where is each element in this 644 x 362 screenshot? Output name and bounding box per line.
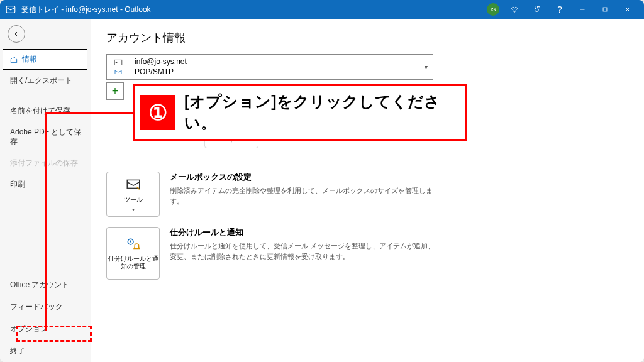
account-protocol: POP/SMTP — [135, 67, 187, 77]
card-desc: 仕分けルールと通知を使用して、受信メール メッセージを整理し、アイテムが追加、変… — [170, 241, 440, 261]
card-title: メールボックスの設定 — [170, 172, 440, 183]
window-title: 受信トレイ - info@jo-sys.net - Outlook — [21, 4, 151, 15]
sidebar-item-label: Adobe PDF として保存 — [10, 128, 86, 147]
sidebar-item-exit[interactable]: 終了 — [0, 340, 91, 362]
content-pane: アカウント情報 info@jo-sys.net POP/SMTP ▾ + アカウ… — [91, 19, 644, 362]
back-button[interactable] — [8, 25, 25, 43]
sidebar-item-label: Office アカウント — [10, 280, 69, 290]
sidebar-item-label: 開く/エクスポート — [10, 75, 72, 86]
svg-point-1 — [538, 6, 540, 8]
maximize-button[interactable] — [594, 0, 616, 19]
account-selector[interactable]: info@jo-sys.net POP/SMTP ▾ — [106, 54, 433, 80]
outlook-icon — [5, 4, 16, 15]
svg-rect-8 — [115, 70, 121, 74]
card-button-label: 仕分けルールと通知の管理 — [107, 255, 159, 270]
annotation-line-vertical — [45, 112, 47, 331]
mailbox-settings-text: メールボックスの設定 削除済みアイテムの完全削除や整理を利用して、メールボックス… — [170, 172, 440, 217]
add-account-button[interactable]: + — [106, 82, 124, 100]
titlebar: 受信トレイ - info@jo-sys.net - Outlook IS ? — [0, 0, 644, 19]
outlook-window: 受信トレイ - info@jo-sys.net - Outlook IS ? 情… — [0, 0, 644, 362]
svg-rect-11 — [127, 180, 140, 188]
annotation-highlight-options — [16, 326, 92, 342]
svg-point-7 — [116, 62, 117, 63]
sidebar-item-label: 印刷 — [10, 179, 25, 190]
svg-rect-3 — [603, 8, 607, 11]
rules-alerts-button[interactable]: 仕分けルールと通知の管理 — [106, 227, 160, 280]
backstage-body: 情報 開く/エクスポート 名前を付けて保存 Adobe PDF として保存 添付… — [0, 19, 644, 362]
account-email: info@jo-sys.net — [135, 57, 187, 67]
help-icon[interactable]: ? — [548, 0, 571, 19]
svg-rect-0 — [6, 6, 15, 13]
premium-icon[interactable] — [503, 0, 526, 19]
close-button[interactable] — [616, 0, 639, 19]
card-title: 仕分けルールと通知 — [170, 227, 440, 238]
page-title: アカウント情報 — [106, 30, 629, 45]
card-button-label: ツール — [124, 195, 143, 204]
sidebar-item-label: 終了 — [10, 346, 25, 356]
account-info: info@jo-sys.net POP/SMTP — [135, 57, 187, 77]
sidebar-item-label: フィードバック — [10, 302, 63, 312]
annotation-line-horizontal — [45, 112, 135, 114]
sidebar-item-label: 情報 — [22, 54, 37, 65]
avatar[interactable]: IS — [487, 3, 499, 16]
annotation-step-number: ① — [140, 95, 175, 130]
tools-icon — [125, 177, 142, 193]
chevron-down-icon: ▾ — [425, 63, 428, 70]
mailbox-tools-button[interactable]: ツール ▾ — [106, 172, 160, 217]
annotation-callout: ① [オプション]をクリックしてください。 — [133, 84, 467, 141]
annotation-message: [オプション]をクリックしてください。 — [184, 91, 457, 134]
rules-alerts-text: 仕分けルールと通知 仕分けルールと通知を使用して、受信メール メッセージを整理し… — [170, 227, 440, 280]
sidebar-item-label: 添付ファイルの保存 — [10, 158, 78, 168]
coming-soon-icon[interactable] — [526, 0, 548, 19]
mail-account-icon — [112, 58, 128, 76]
sidebar-item-label: 名前を付けて保存 — [10, 106, 70, 116]
sidebar-item-info[interactable]: 情報 — [3, 49, 87, 70]
sidebar-item-open-export[interactable]: 開く/エクスポート — [0, 70, 91, 92]
home-icon — [9, 55, 18, 64]
card-desc: 削除済みアイテムの完全削除や整理を利用して、メールボックスのサイズを管理します。 — [170, 185, 440, 206]
rules-icon — [125, 236, 142, 253]
minimize-button[interactable] — [571, 0, 594, 19]
